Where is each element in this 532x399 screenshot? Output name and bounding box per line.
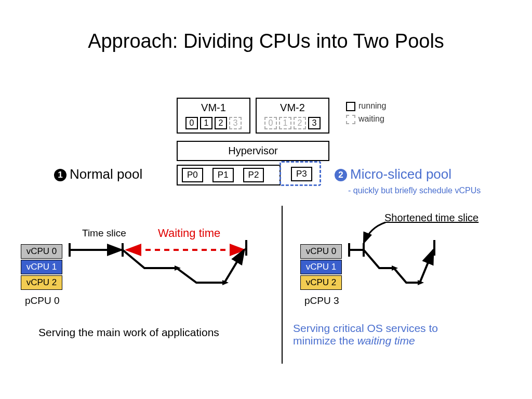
pcpu-p2: P2 bbox=[243, 168, 264, 182]
hypervisor-box: Hypervisor bbox=[177, 141, 329, 161]
vm1-cpurow: 0 1 2 3 bbox=[178, 117, 249, 132]
swatch-waiting bbox=[346, 115, 355, 124]
normal-pool-text: Normal pool bbox=[70, 166, 142, 182]
right-caption: Serving critical OS services to minimize… bbox=[293, 322, 438, 347]
pcpu-p1: P1 bbox=[212, 168, 234, 182]
left-vcpu1: vCPU 1 bbox=[21, 260, 62, 274]
svg-marker-5 bbox=[175, 265, 181, 271]
legend-running: running bbox=[346, 101, 386, 111]
swatch-running bbox=[346, 102, 355, 111]
normal-pool-num: 1 bbox=[54, 169, 66, 181]
left-caption: Serving the main work of applications bbox=[38, 326, 219, 339]
right-vcpu0: vCPU 0 bbox=[300, 244, 342, 259]
svg-marker-11 bbox=[392, 265, 398, 271]
micro-pool-label: 2Micro-sliced pool bbox=[335, 166, 451, 182]
svg-marker-12 bbox=[418, 280, 424, 285]
right-caption-a: Serving critical OS services to bbox=[293, 322, 438, 334]
right-vcpu1: vCPU 1 bbox=[300, 260, 342, 274]
vm2-cpu-1: 1 bbox=[279, 117, 291, 129]
right-short-slice-label: Shortened time slice bbox=[384, 212, 478, 224]
right-caption-b: minimize the bbox=[293, 335, 357, 347]
micro-pool-sub: - quickly but briefly schedule vCPUs bbox=[348, 186, 481, 195]
legend-running-label: running bbox=[358, 101, 386, 110]
legend-waiting: waiting bbox=[346, 114, 384, 124]
vm1-box: VM-1 0 1 2 3 bbox=[177, 98, 250, 134]
micro-sliced-outline bbox=[280, 161, 321, 186]
right-vcpu2: vCPU 2 bbox=[300, 275, 342, 290]
pcpu-p0: P0 bbox=[182, 168, 203, 182]
vm1-cpu-2: 2 bbox=[215, 117, 227, 129]
left-time-slice-label: Time slice bbox=[82, 228, 126, 239]
vm2-cpu-0: 0 bbox=[264, 117, 277, 129]
left-vcpu0: vCPU 0 bbox=[21, 244, 62, 259]
vm1-cpu-0: 0 bbox=[185, 117, 198, 129]
pcpu-bar-left: P0 P1 P2 bbox=[177, 165, 281, 185]
left-vcpu2: vCPU 2 bbox=[21, 275, 62, 290]
vm2-cpu-3: 3 bbox=[308, 117, 321, 129]
vm2-cpurow: 0 1 2 3 bbox=[257, 117, 328, 132]
normal-pool-label: 1Normal pool bbox=[54, 166, 142, 182]
right-pcpu-label: pCPU 3 bbox=[304, 295, 339, 307]
left-waiting-time-label: Waiting time bbox=[158, 227, 220, 240]
legend-waiting-label: waiting bbox=[358, 114, 384, 123]
left-pcpu-label: pCPU 0 bbox=[25, 295, 60, 307]
vm2-label: VM-2 bbox=[257, 102, 328, 114]
diagram-overlay bbox=[0, 0, 532, 399]
vm1-label: VM-1 bbox=[178, 102, 249, 114]
vm2-box: VM-2 0 1 2 3 bbox=[256, 98, 329, 134]
vertical-divider bbox=[282, 206, 283, 364]
micro-pool-text: Micro-sliced pool bbox=[350, 166, 451, 182]
slide-title: Approach: Dividing CPUs into Two Pools bbox=[0, 30, 532, 52]
vm1-cpu-3: 3 bbox=[229, 117, 242, 129]
svg-marker-6 bbox=[222, 280, 229, 285]
micro-pool-num: 2 bbox=[335, 169, 347, 181]
vm1-cpu-1: 1 bbox=[200, 117, 212, 129]
vm2-cpu-2: 2 bbox=[294, 117, 306, 129]
right-caption-c: waiting time bbox=[357, 335, 415, 347]
